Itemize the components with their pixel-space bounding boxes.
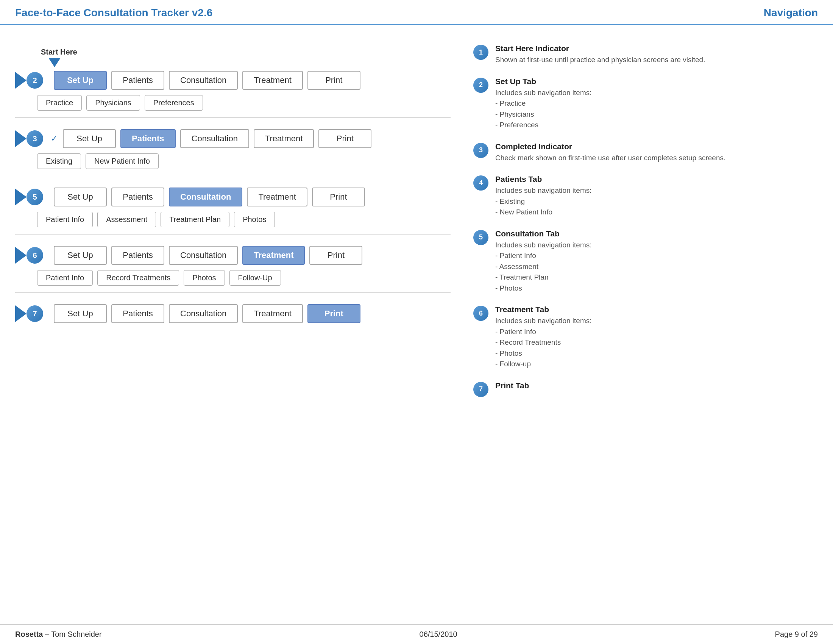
nav-row-2: 2 Set Up Patients Consultation Treatment… xyxy=(15,71,450,90)
legend-badge-1: 1 xyxy=(473,45,489,60)
badge-7: 7 xyxy=(26,305,43,322)
nav-row-3: 3 ✓ Set Up Patients Consultation Treatme… xyxy=(15,129,450,148)
footer: Rosetta – Tom Schneider 06/15/2010 Page … xyxy=(0,624,833,644)
sub-treatment-plan[interactable]: Treatment Plan xyxy=(161,212,230,227)
tab-consultation-6[interactable]: Consultation xyxy=(169,246,238,265)
right-panel: 1 Start Here Indicator Shown at first-us… xyxy=(473,40,818,408)
nav-tabs-3: Set Up Patients Consultation Treatment P… xyxy=(63,129,371,148)
tab-setup-5[interactable]: Set Up xyxy=(54,188,107,206)
legend-desc-5: Includes sub navigation items:- Patient … xyxy=(495,240,592,294)
legend-title-4: Patients Tab xyxy=(495,175,592,184)
sub-nav-3: Existing New Patient Info xyxy=(37,153,450,169)
legend-badge-5: 5 xyxy=(473,230,489,245)
tab-print-2[interactable]: Print xyxy=(307,71,360,90)
nav-section-6: 6 Set Up Patients Consultation Treatment… xyxy=(15,246,450,293)
nav-tabs-7: Set Up Patients Consultation Treatment P… xyxy=(54,304,360,323)
nav-tabs-2: Set Up Patients Consultation Treatment P… xyxy=(54,71,360,90)
nav-section-3: 3 ✓ Set Up Patients Consultation Treatme… xyxy=(15,129,450,176)
legend-title-5: Consultation Tab xyxy=(495,229,592,238)
legend-badge-4: 4 xyxy=(473,175,489,190)
tab-patients-2[interactable]: Patients xyxy=(111,71,164,90)
legend-item-4: 4 Patients Tab Includes sub navigation i… xyxy=(473,175,818,218)
legend-badge-3: 3 xyxy=(473,143,489,158)
tab-patients-5[interactable]: Patients xyxy=(111,188,164,206)
footer-left: Rosetta – Tom Schneider xyxy=(15,630,102,639)
app-title: Face-to-Face Consultation Tracker v2.6 xyxy=(15,7,212,19)
divider-6 xyxy=(15,293,450,293)
tab-consultation-2[interactable]: Consultation xyxy=(169,71,238,90)
legend-title-7: Print Tab xyxy=(495,381,529,390)
tab-treatment-2[interactable]: Treatment xyxy=(242,71,302,90)
sub-photos-6[interactable]: Photos xyxy=(183,270,225,286)
sub-physicians[interactable]: Physicians xyxy=(86,95,140,111)
tab-print-6[interactable]: Print xyxy=(309,246,362,265)
legend-item-1: 1 Start Here Indicator Shown at first-us… xyxy=(473,44,818,66)
sub-follow-up[interactable]: Follow-Up xyxy=(230,270,281,286)
sub-nav-2: Practice Physicians Preferences xyxy=(37,95,450,111)
footer-page: Page 9 of 29 xyxy=(775,630,818,639)
completed-check-icon: ✓ xyxy=(51,134,58,143)
tab-consultation-5[interactable]: Consultation xyxy=(169,188,242,206)
tab-print-5[interactable]: Print xyxy=(312,188,365,206)
nav-tabs-6: Set Up Patients Consultation Treatment P… xyxy=(54,246,362,265)
sub-existing[interactable]: Existing xyxy=(37,153,81,169)
sub-new-patient-info[interactable]: New Patient Info xyxy=(85,153,159,169)
footer-date: 06/15/2010 xyxy=(420,630,457,639)
legend-title-1: Start Here Indicator xyxy=(495,44,705,53)
sub-preferences[interactable]: Preferences xyxy=(145,95,203,111)
badge-5: 5 xyxy=(26,188,43,205)
nav-row-6: 6 Set Up Patients Consultation Treatment… xyxy=(15,246,450,265)
legend-desc-6: Includes sub navigation items:- Patient … xyxy=(495,316,592,370)
tab-setup-2[interactable]: Set Up xyxy=(54,71,107,90)
tab-consultation-7[interactable]: Consultation xyxy=(169,304,238,323)
tab-patients-7[interactable]: Patients xyxy=(111,304,164,323)
legend-desc-4: Includes sub navigation items:- Existing… xyxy=(495,185,592,218)
sub-assessment[interactable]: Assessment xyxy=(97,212,156,227)
legend-desc-1: Shown at first-use until practice and ph… xyxy=(495,55,705,66)
tab-setup-3[interactable]: Set Up xyxy=(63,129,116,148)
badge-6: 6 xyxy=(26,247,43,264)
main-content: Start Here 2 Set Up Patients Consultatio… xyxy=(0,25,833,408)
legend-badge-2: 2 xyxy=(473,78,489,93)
tab-consultation-3[interactable]: Consultation xyxy=(180,129,249,148)
nav-section-5: 5 Set Up Patients Consultation Treatment… xyxy=(15,188,450,235)
legend-title-2: Set Up Tab xyxy=(495,77,592,86)
arrow-icon-6 xyxy=(15,247,26,264)
badge-3: 3 xyxy=(26,130,43,147)
divider-3 xyxy=(15,176,450,176)
legend-text-7: Print Tab xyxy=(495,381,529,392)
legend-title-6: Treatment Tab xyxy=(495,305,592,314)
legend-text-1: Start Here Indicator Shown at first-use … xyxy=(495,44,705,66)
arrow-icon-3 xyxy=(15,130,26,147)
arrow-icon-2 xyxy=(15,72,26,89)
legend-item-6: 6 Treatment Tab Includes sub navigation … xyxy=(473,305,818,370)
sub-nav-5: Patient Info Assessment Treatment Plan P… xyxy=(37,212,450,227)
tab-treatment-5[interactable]: Treatment xyxy=(247,188,307,206)
left-panel: Start Here 2 Set Up Patients Consultatio… xyxy=(15,40,450,408)
sub-practice[interactable]: Practice xyxy=(37,95,82,111)
nav-row-7: 7 Set Up Patients Consultation Treatment… xyxy=(15,304,450,323)
tab-treatment-7[interactable]: Treatment xyxy=(242,304,302,323)
legend-text-2: Set Up Tab Includes sub navigation items… xyxy=(495,77,592,131)
tab-setup-7[interactable]: Set Up xyxy=(54,304,107,323)
badge-2: 2 xyxy=(26,72,43,89)
tab-print-3[interactable]: Print xyxy=(318,129,371,148)
start-here-arrow-icon xyxy=(48,58,61,67)
tab-print-7[interactable]: Print xyxy=(307,304,360,323)
arrow-icon-7 xyxy=(15,305,26,322)
legend-item-3: 3 Completed Indicator Check mark shown o… xyxy=(473,142,818,164)
sub-patient-info-6[interactable]: Patient Info xyxy=(37,270,93,286)
sub-record-treatments[interactable]: Record Treatments xyxy=(97,270,179,286)
tab-patients-6[interactable]: Patients xyxy=(111,246,164,265)
tab-treatment-6[interactable]: Treatment xyxy=(242,246,305,265)
legend-text-5: Consultation Tab Includes sub navigation… xyxy=(495,229,592,294)
sub-photos-5[interactable]: Photos xyxy=(234,212,275,227)
tab-setup-6[interactable]: Set Up xyxy=(54,246,107,265)
divider-5 xyxy=(15,234,450,235)
nav-row-5: 5 Set Up Patients Consultation Treatment… xyxy=(15,188,450,206)
footer-author: – Tom Schneider xyxy=(45,630,102,638)
sub-patient-info-5[interactable]: Patient Info xyxy=(37,212,93,227)
legend-text-6: Treatment Tab Includes sub navigation it… xyxy=(495,305,592,370)
tab-patients-3[interactable]: Patients xyxy=(121,129,176,148)
tab-treatment-3[interactable]: Treatment xyxy=(254,129,314,148)
